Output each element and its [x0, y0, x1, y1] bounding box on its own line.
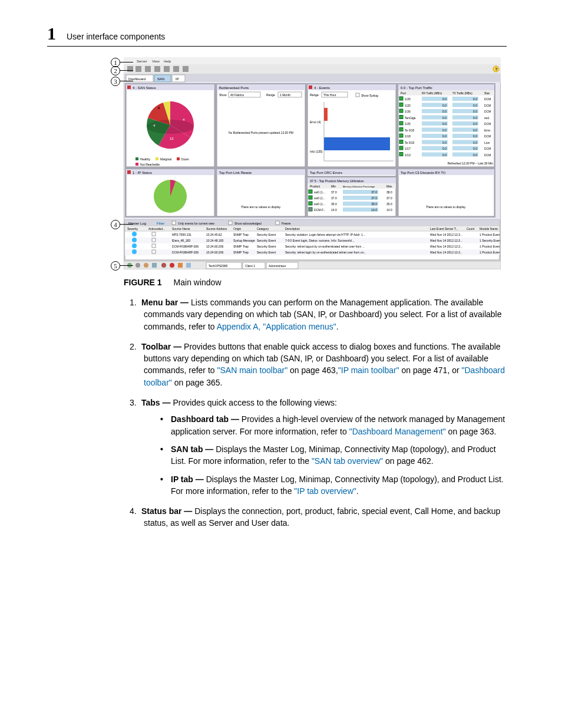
svg-text:Only events for current view: Only events for current view: [178, 222, 214, 225]
svg-rect-164: [309, 190, 312, 193]
svg-text:Count: Count: [467, 227, 475, 230]
svg-text:0.0: 0.0: [473, 122, 477, 126]
svg-text:Show: Show: [219, 93, 227, 97]
svg-text:1 Product Even: 1 Product Even: [480, 233, 500, 236]
svg-text:Security Event: Security Event: [257, 251, 276, 254]
svg-text:1 Product Even: 1 Product Even: [480, 251, 500, 254]
svg-point-214: [132, 232, 137, 236]
svg-text:SNMP Trap: SNMP Trap: [233, 233, 249, 236]
svg-text:0.0: 0.0: [442, 147, 447, 150]
svg-text:Marginal: Marginal: [160, 157, 171, 161]
link-ip-toolbar[interactable]: "IP main toolbar": [338, 365, 399, 375]
link-ip-tab[interactable]: "IP tab overview": [294, 486, 356, 496]
svg-text:Security violation: Login fail: Security violation: Login failure attemp…: [285, 233, 365, 236]
svg-rect-5: [124, 64, 501, 74]
svg-text:Info (135): Info (135): [310, 150, 323, 153]
svg-rect-188: [398, 169, 494, 216]
svg-text:1 Month: 1 Month: [280, 93, 290, 97]
svg-text:sw0 (1...: sw0 (1...: [314, 196, 325, 200]
svg-text:0.0 - Top Port Traffic: 0.0 - Top Port Traffic: [401, 86, 432, 90]
svg-rect-25: [127, 85, 131, 89]
svg-point-255: [135, 263, 140, 268]
subitem-ip-tab: IP tab — Displays the Master Log, Minima…: [160, 473, 507, 498]
svg-text:10.24.60.206: 10.24.60.206: [206, 251, 223, 254]
svg-text:MP2-7500-131: MP2-7500-131: [172, 233, 191, 236]
svg-text:All Fabrics: All Fabrics: [230, 93, 244, 97]
svg-rect-80: [399, 103, 403, 107]
link-appendix-a[interactable]: Appendix A, "Application menus": [217, 322, 336, 331]
svg-rect-182: [309, 207, 312, 211]
svg-text:0.0: 0.0: [473, 153, 477, 157]
svg-text:Freeze: Freeze: [282, 222, 291, 225]
svg-text:SAN: SAN: [157, 77, 164, 81]
link-san-tab[interactable]: "SAN tab overview": [312, 456, 383, 466]
item-status-bar: 4.Status bar — Displays the connection, …: [130, 505, 507, 529]
svg-rect-9: [154, 66, 160, 72]
svg-rect-38: [135, 163, 138, 166]
svg-text:DCM: DCM: [484, 104, 491, 107]
svg-text:Source Address: Source Address: [206, 227, 227, 230]
svg-text:Security: telnet login by un-a: Security: telnet login by un-authenticat…: [285, 251, 366, 254]
svg-rect-73: [399, 97, 403, 100]
svg-text:DCM: DCM: [484, 134, 491, 138]
svg-rect-245: [152, 250, 156, 253]
svg-text:Lion: Lion: [484, 141, 490, 144]
svg-rect-94: [399, 116, 403, 119]
svg-point-224: [132, 238, 137, 242]
svg-text:Source Name: Source Name: [172, 227, 190, 230]
svg-text:Help: Help: [164, 60, 171, 63]
svg-text:Last Event Server T...: Last Event Server T...: [430, 227, 458, 230]
svg-text:TechOPS2995: TechOPS2995: [209, 264, 227, 268]
svg-text:4 - SAN Status: 4 - SAN Status: [133, 86, 156, 90]
svg-text:Te 0/15: Te 0/15: [405, 141, 415, 144]
svg-text:35.0: 35.0: [386, 202, 392, 206]
svg-rect-257: [152, 263, 157, 268]
svg-text:10.24.48.183: 10.24.48.183: [206, 239, 223, 242]
subitem-san-tab: SAN tab — Displays the Master Log, Minim…: [160, 443, 507, 467]
svg-text:0.0: 0.0: [473, 97, 477, 101]
svg-text:0.0: 0.0: [473, 147, 477, 150]
svg-rect-261: [186, 263, 191, 268]
svg-rect-52: [309, 85, 312, 89]
svg-text:There are no values to display: There are no values to display.: [426, 205, 466, 209]
link-dashboard-mgmt[interactable]: "Dashboard Management": [349, 427, 446, 436]
svg-text:Origin: Origin: [233, 227, 242, 230]
svg-text:1/25: 1/25: [405, 122, 411, 126]
item-tabs: 3.Tabs — Provides quick access to the fo…: [130, 397, 507, 497]
svg-text:37.5 - Top Product Memory Util: 37.5 - Top Product Memory Utilization: [310, 179, 364, 183]
svg-text:12: 12: [170, 137, 174, 140]
svg-rect-6: [127, 66, 133, 72]
svg-rect-34: [156, 157, 158, 160]
svg-text:37.0: 37.0: [371, 196, 377, 200]
svg-rect-68: [398, 90, 494, 95]
svg-text:1 Security Even: 1 Security Even: [480, 239, 500, 242]
svg-text:0.0: 0.0: [442, 97, 447, 101]
svg-text:Product: Product: [310, 185, 320, 188]
subitem-dashboard-tab: Dashboard tab — Provides a high-level ov…: [160, 413, 507, 437]
svg-rect-115: [399, 134, 403, 137]
svg-text:ibmx: ibmx: [484, 129, 491, 132]
svg-text:DCM-RG8648P-206: DCM-RG8648P-206: [172, 245, 199, 248]
svg-rect-1: [124, 57, 501, 64]
svg-rect-36: [177, 157, 180, 160]
svg-text:Master Log: Master Log: [128, 222, 146, 225]
svg-text:TX Traffic (MB/s): TX Traffic (MB/s): [452, 92, 472, 95]
svg-text:DCM: DCM: [484, 110, 491, 113]
svg-rect-8: [145, 66, 151, 72]
svg-text:0.0: 0.0: [442, 104, 447, 107]
item-toolbar: 2.Toolbar — Provides buttons that enable…: [130, 341, 507, 388]
svg-text:4 - Events: 4 - Events: [314, 86, 330, 90]
svg-text:0.0: 0.0: [473, 141, 477, 144]
svg-text:Security Event: Security Event: [257, 233, 276, 236]
link-san-toolbar[interactable]: "SAN main toolbar": [217, 365, 288, 375]
svg-rect-10: [164, 66, 170, 72]
svg-text:Category: Category: [257, 227, 269, 230]
svg-text:37.0: 37.0: [371, 190, 377, 194]
svg-text:Server: Server: [137, 60, 147, 63]
chapter-title: User interface components: [67, 32, 165, 41]
svg-text:Range: Range: [266, 93, 275, 97]
svg-rect-215: [152, 232, 156, 236]
svg-text:DCM: DCM: [484, 122, 491, 126]
svg-text:Acknowled...: Acknowled...: [148, 227, 165, 230]
svg-text:0.0: 0.0: [442, 134, 447, 138]
